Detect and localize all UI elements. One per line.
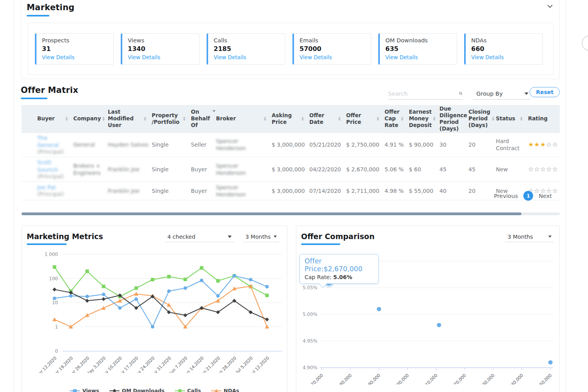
column-header-last-modified-user[interactable]: Last Modified User — [106, 105, 150, 132]
svg-text:Jun 7,2020: Jun 7,2020 — [168, 356, 189, 373]
search-icon[interactable] — [459, 90, 463, 97]
sort-icon[interactable] — [401, 117, 403, 121]
view-details-link[interactable]: View Details — [471, 54, 543, 60]
chevron-down-icon[interactable] — [547, 4, 553, 8]
filter-caret-icon[interactable] — [212, 110, 216, 112]
svg-text:$ 2,690,000: $ 2,690,000 — [359, 373, 381, 385]
stat-value: 2185 — [214, 45, 285, 53]
column-header-buyer[interactable]: Buyer — [22, 105, 72, 132]
legend-item-calls[interactable]: Calls — [175, 388, 201, 392]
sort-icon[interactable] — [264, 117, 266, 121]
legend-item-om-downloads[interactable]: OM Downloads — [109, 388, 165, 392]
sort-icon[interactable] — [301, 117, 304, 121]
offer-matrix-table-body: The General(Principal)GeneralHayden Salv… — [22, 132, 560, 200]
horizontal-scrollbar-track[interactable] — [22, 212, 560, 215]
svg-text:Apr 12,2020: Apr 12,2020 — [35, 356, 58, 373]
stat-label: OM Downloads — [385, 37, 457, 44]
group-by-dropdown[interactable]: Group By — [473, 88, 530, 100]
sort-icon[interactable] — [433, 117, 436, 121]
column-label: Rating — [528, 115, 548, 122]
chevron-down-icon — [548, 236, 552, 238]
view-details-link[interactable]: View Details — [214, 54, 285, 60]
view-details-link[interactable]: View Details — [42, 54, 113, 60]
stat-label: Emails — [299, 37, 371, 44]
marketing-title-underline — [27, 15, 49, 16]
sort-icon[interactable] — [102, 117, 105, 121]
asking-price-cell: $ 3,000,000 — [270, 157, 308, 182]
stat-card-prospects: Prospects 31 View Details — [35, 33, 114, 65]
legend-marker-icon — [109, 388, 120, 392]
pagination-previous[interactable]: Previous — [494, 193, 518, 199]
pagination-page-1[interactable]: 1 — [523, 191, 533, 201]
column-header-earnest-money-deposit[interactable]: Earnest Money Deposit — [407, 105, 438, 132]
sort-icon[interactable] — [520, 117, 523, 121]
svg-text:$ 2,720,000: $ 2,720,000 — [445, 373, 467, 385]
column-header-due-diligence-period-days-[interactable]: Due Diligence Period (Days) — [438, 105, 467, 132]
sort-icon[interactable] — [65, 117, 68, 121]
stat-label: Views — [128, 37, 199, 44]
column-header-offer-cap-rate[interactable]: Offer Cap Rate — [383, 105, 407, 132]
legend-item-ndas[interactable]: NDAs — [211, 388, 239, 392]
stat-value: 635 — [385, 45, 457, 53]
sort-icon[interactable] — [377, 117, 379, 121]
horizontal-scrollbar-thumb[interactable] — [22, 212, 521, 215]
sort-icon[interactable] — [144, 117, 146, 121]
search-input[interactable] — [388, 91, 459, 97]
property-portfolio-cell: Single — [150, 157, 189, 182]
column-label: Offer Price — [346, 112, 375, 125]
last-modified-user-cell: Franklin Joe — [106, 157, 150, 182]
column-header-status[interactable]: Status — [494, 105, 526, 132]
stat-card-views: Views 1340 View Details — [121, 33, 200, 65]
stat-label: Prospects — [42, 37, 113, 44]
column-header-offer-price[interactable]: Offer Price — [345, 105, 383, 132]
view-details-link[interactable]: View Details — [128, 54, 199, 60]
marketing-metrics-card: Marketing Metrics 4 checked 3 Months 1 0… — [22, 225, 287, 392]
rating-stars[interactable]: ★★★☆☆ — [528, 141, 558, 148]
column-header-property-portfolio[interactable]: Property /Portfolio — [150, 105, 189, 132]
sort-icon[interactable] — [183, 117, 185, 121]
column-header-on-behalf-of[interactable]: On Behalf Of — [189, 105, 214, 132]
marketing-metrics-chart[interactable]: 1 0001001010Apr 12,2020Apr 19,2020Apr 26… — [22, 251, 288, 373]
buyer-cell[interactable]: The General(Principal) — [22, 132, 72, 157]
last-modified-user-cell: Hayden Salvos — [106, 132, 150, 157]
buyer-cell[interactable]: Scott Sourich(Principal) — [22, 157, 72, 182]
reset-button[interactable]: Reset — [530, 87, 560, 97]
stat-card-emails: Emails 57000 View Details — [292, 33, 371, 65]
column-label: Earnest Money Deposit — [409, 109, 432, 129]
metrics-range-dropdown[interactable]: 3 Months — [243, 231, 279, 242]
on-behalf-of-cell: Buyer — [189, 157, 214, 182]
offer-matrix-title: Offer Matrix — [21, 85, 78, 95]
rating-cell[interactable]: ★★★☆☆ — [526, 132, 560, 157]
pagination: Previous 1 Next — [22, 191, 552, 201]
pagination-next[interactable]: Next — [539, 193, 552, 199]
column-header-offer-date[interactable]: Offer Date — [308, 105, 345, 132]
legend-item-views[interactable]: Views — [70, 388, 99, 392]
svg-text:$ 2,700,000: $ 2,700,000 — [388, 373, 410, 385]
column-header-broker[interactable]: Broker — [214, 105, 270, 132]
svg-text:$ 2,680,000: $ 2,680,000 — [331, 373, 353, 385]
view-details-link[interactable]: View Details — [299, 54, 371, 60]
rating-stars[interactable]: ☆☆☆☆☆ — [528, 165, 558, 173]
series-select-dropdown[interactable]: 4 checked — [165, 231, 234, 242]
offer-date-cell: 04/22/2020 — [308, 157, 345, 182]
chevron-down-icon — [228, 236, 232, 238]
header-row: BuyerCompanyLast Modified UserProperty /… — [22, 105, 560, 132]
chart-legend: ViewsOM DownloadsCallsNDAs — [22, 388, 287, 392]
svg-text:5.00%: 5.00% — [303, 312, 318, 317]
left-page-divider — [14, 0, 14, 392]
sort-icon[interactable] — [492, 117, 494, 121]
property-portfolio-cell: Single — [150, 132, 189, 157]
rating-cell[interactable]: ☆☆☆☆☆ — [526, 157, 560, 182]
svg-text:Jul 5,2020: Jul 5,2020 — [235, 356, 254, 373]
sort-icon[interactable] — [338, 117, 341, 121]
column-header-closing-period-days-[interactable]: Closing Period (Days) — [467, 105, 494, 132]
stat-value: 1340 — [128, 45, 199, 53]
svg-text:$ 2,710,000: $ 2,710,000 — [417, 373, 439, 385]
marketing-metrics-title-underline — [27, 243, 67, 245]
offer-matrix-header: Offer Matrix Group By Reset — [21, 85, 560, 103]
column-header-asking-price[interactable]: Asking Price — [270, 105, 308, 132]
view-details-link[interactable]: View Details — [385, 54, 457, 60]
tooltip-cap-rate: Cap Rate: 5.06% — [305, 274, 374, 280]
column-header-company[interactable]: Company — [72, 105, 106, 132]
comparison-range-dropdown[interactable]: 3 Months — [505, 231, 554, 242]
